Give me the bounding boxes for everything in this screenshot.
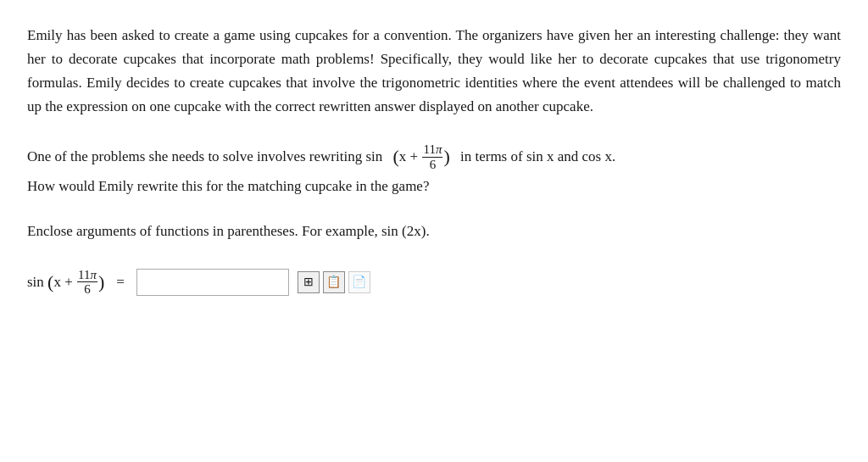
problem-numerator: 11π — [422, 142, 442, 158]
problem-fraction: 11π 6 — [422, 142, 442, 171]
problem-section: One of the problems she needs to solve i… — [27, 142, 841, 199]
insert-table-icon: ⊞ — [303, 275, 314, 289]
problem-intro-text: One of the problems she needs to solve i… — [27, 144, 382, 170]
answer-fraction: 11π 6 — [77, 268, 97, 297]
answer-sin-text: sin — [27, 274, 44, 291]
answer-numerator: 11π — [77, 268, 97, 283]
answer-paren-close: ) — [98, 273, 104, 292]
paste-icon: 📄 — [352, 275, 366, 289]
answer-label: sin ( x + 11π 6 ) — [27, 268, 104, 297]
icon-btn-2[interactable]: 📋 — [323, 271, 345, 293]
problem-math-expr: ( x + 11π 6 ) — [393, 142, 450, 171]
answer-input[interactable] — [136, 269, 289, 296]
icon-btn-3[interactable]: 📄 — [348, 271, 370, 293]
problem-line-2: How would Emily rewrite this for the mat… — [27, 175, 841, 199]
problem-line2-text: How would Emily rewrite this for the mat… — [27, 178, 429, 194]
answer-denominator: 6 — [83, 282, 92, 297]
page-container: Emily has been asked to create a game us… — [27, 24, 841, 297]
problem-paren-open: ( — [393, 148, 399, 166]
icon-btn-1[interactable]: ⊞ — [298, 271, 320, 293]
icon-group: ⊞ 📋 📄 — [298, 271, 370, 293]
problem-line-1: One of the problems she needs to solve i… — [27, 142, 841, 171]
intro-paragraph: Emily has been asked to create a game us… — [27, 24, 841, 119]
problem-paren-close: ) — [443, 148, 449, 166]
copy-icon: 📋 — [326, 275, 341, 289]
problem-denominator: 6 — [429, 158, 437, 172]
problem-suffix-text: in terms of sin x and cos x. — [460, 144, 615, 170]
answer-x-text: x + — [53, 274, 72, 291]
answer-section: sin ( x + 11π 6 ) = ⊞ 📋 📄 — [27, 268, 841, 297]
hint-text: Enclose arguments of functions in parent… — [27, 223, 430, 239]
answer-paren-open: ( — [47, 273, 53, 292]
problem-x-text: x + — [399, 144, 418, 170]
equals-sign: = — [116, 274, 125, 291]
hint-section: Enclose arguments of functions in parent… — [27, 220, 841, 244]
